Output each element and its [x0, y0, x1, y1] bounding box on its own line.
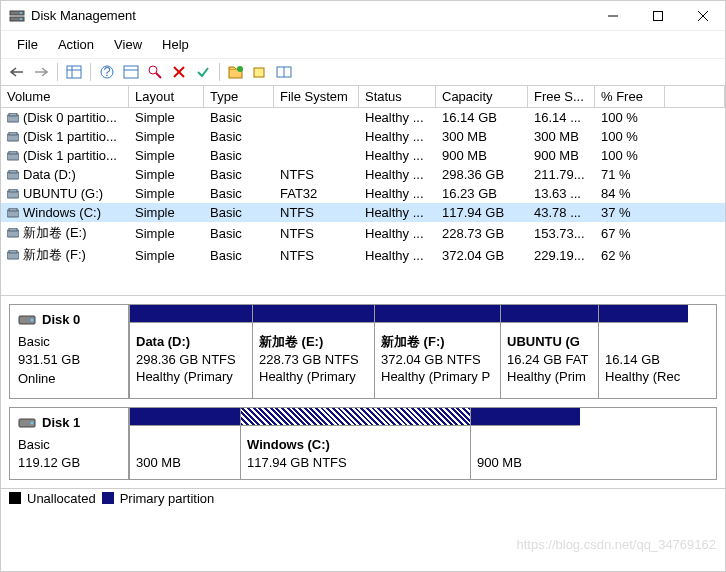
disk1-name: Disk 1	[42, 414, 80, 432]
legend-unallocated-icon	[9, 492, 21, 504]
col-free[interactable]: Free S...	[528, 86, 595, 107]
svg-point-3	[20, 18, 22, 20]
new-folder-icon[interactable]	[226, 62, 246, 82]
svg-rect-5	[653, 11, 662, 20]
table-row[interactable]: UBUNTU (G:)SimpleBasicFAT32Healthy ...16…	[1, 184, 725, 203]
svg-rect-35	[9, 208, 17, 211]
check-icon[interactable]	[193, 62, 213, 82]
partition[interactable]: 新加卷 (F:)372.04 GB NTFSHealthy (Primary P	[374, 305, 500, 398]
menu-action[interactable]: Action	[48, 35, 104, 54]
disk0-row[interactable]: Disk 0 Basic 931.51 GB Online Data (D:)2…	[9, 304, 717, 399]
svg-point-15	[149, 66, 157, 74]
minimize-button[interactable]	[590, 1, 635, 31]
legend-primary-label: Primary partition	[120, 491, 215, 506]
refresh-icon[interactable]	[274, 62, 294, 82]
disk0-info: Disk 0 Basic 931.51 GB Online	[10, 305, 130, 398]
table-row[interactable]: 新加卷 (F:)SimpleBasicNTFSHealthy ...372.04…	[1, 244, 725, 266]
menu-bar: File Action View Help	[1, 31, 725, 59]
col-type[interactable]: Type	[204, 86, 274, 107]
partition[interactable]: Windows (C:)117.94 GB NTFS	[240, 408, 470, 479]
legend-primary-icon	[102, 492, 114, 504]
maximize-button[interactable]	[635, 1, 680, 31]
disk1-row[interactable]: Disk 1 Basic 119.12 GB 300 MBWindows (C:…	[9, 407, 717, 480]
table-row[interactable]: (Disk 0 partitio...SimpleBasicHealthy ..…	[1, 108, 725, 127]
table-row[interactable]: Data (D:)SimpleBasicNTFSHealthy ...298.3…	[1, 165, 725, 184]
disk0-status: Online	[18, 370, 120, 388]
svg-point-43	[31, 422, 34, 425]
volume-grid: Volume Layout Type File System Status Ca…	[1, 86, 725, 266]
svg-rect-31	[9, 170, 17, 173]
svg-rect-37	[9, 228, 17, 231]
help-icon[interactable]: ?	[97, 62, 117, 82]
svg-rect-8	[67, 66, 81, 78]
toolbar: ?	[1, 59, 725, 86]
partition[interactable]: 16.14 GBHealthy (Rec	[598, 305, 688, 398]
svg-rect-39	[9, 250, 17, 253]
table-row[interactable]: (Disk 1 partitio...SimpleBasicHealthy ..…	[1, 127, 725, 146]
disk-map: Disk 0 Basic 931.51 GB Online Data (D:)2…	[1, 296, 725, 488]
view-list-icon[interactable]	[64, 62, 84, 82]
disk-icon	[18, 416, 36, 430]
svg-rect-21	[254, 68, 264, 77]
svg-rect-33	[9, 189, 17, 192]
col-layout[interactable]: Layout	[129, 86, 204, 107]
table-row[interactable]: 新加卷 (E:)SimpleBasicNTFSHealthy ...228.73…	[1, 222, 725, 244]
disk0-name: Disk 0	[42, 311, 80, 329]
forward-button[interactable]	[31, 62, 51, 82]
svg-point-20	[237, 66, 243, 72]
window-title: Disk Management	[31, 8, 590, 23]
close-button[interactable]	[680, 1, 725, 31]
edit-icon[interactable]	[250, 62, 270, 82]
col-volume[interactable]: Volume	[1, 86, 129, 107]
partition[interactable]: 300 MB	[130, 408, 240, 479]
table-row[interactable]: (Disk 1 partitio...SimpleBasicHealthy ..…	[1, 146, 725, 165]
disk-icon	[18, 313, 36, 327]
col-capacity[interactable]: Capacity	[436, 86, 528, 107]
partition[interactable]: 新加卷 (E:)228.73 GB NTFSHealthy (Primary	[252, 305, 374, 398]
watermark: https://blog.csdn.net/qq_34769162	[517, 537, 717, 552]
legend-unallocated-label: Unallocated	[27, 491, 96, 506]
disk0-type: Basic	[18, 333, 120, 351]
svg-rect-29	[9, 151, 17, 154]
table-row[interactable]: Windows (C:)SimpleBasicNTFSHealthy ...11…	[1, 203, 725, 222]
partition[interactable]: Data (D:)298.36 GB NTFSHealthy (Primary	[130, 305, 252, 398]
search-icon[interactable]	[145, 62, 165, 82]
back-button[interactable]	[7, 62, 27, 82]
app-icon	[9, 8, 25, 24]
svg-rect-27	[9, 132, 17, 135]
col-filesystem[interactable]: File System	[274, 86, 359, 107]
svg-line-16	[156, 73, 161, 78]
svg-point-41	[31, 319, 34, 322]
disk1-size: 119.12 GB	[18, 454, 120, 472]
svg-text:?: ?	[103, 65, 110, 79]
legend: Unallocated Primary partition	[1, 488, 725, 512]
grid-header: Volume Layout Type File System Status Ca…	[1, 86, 725, 108]
col-pctfree[interactable]: % Free	[595, 86, 665, 107]
svg-point-2	[20, 12, 22, 14]
menu-view[interactable]: View	[104, 35, 152, 54]
disk1-type: Basic	[18, 436, 120, 454]
title-bar: Disk Management	[1, 1, 725, 31]
disk1-info: Disk 1 Basic 119.12 GB	[10, 408, 130, 479]
menu-file[interactable]: File	[7, 35, 48, 54]
menu-help[interactable]: Help	[152, 35, 199, 54]
svg-rect-25	[9, 113, 17, 116]
delete-icon[interactable]	[169, 62, 189, 82]
properties-icon[interactable]	[121, 62, 141, 82]
disk0-size: 931.51 GB	[18, 351, 120, 369]
svg-rect-13	[124, 66, 138, 78]
col-status[interactable]: Status	[359, 86, 436, 107]
grid-spacer	[1, 266, 725, 296]
partition[interactable]: UBUNTU (G16.24 GB FATHealthy (Prim	[500, 305, 598, 398]
partition[interactable]: 900 MB	[470, 408, 580, 479]
